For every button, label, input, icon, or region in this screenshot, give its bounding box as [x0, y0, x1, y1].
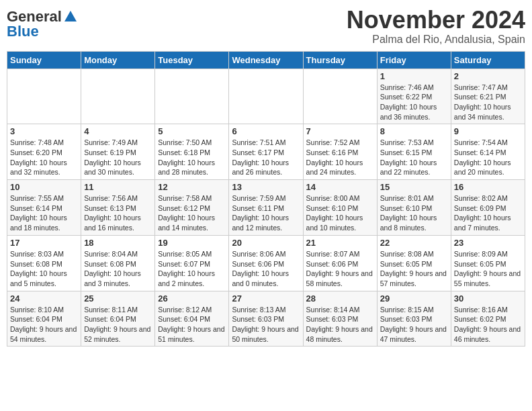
day-number: 17 — [10, 238, 78, 248]
weekday-header-monday: Monday — [81, 51, 155, 68]
day-number: 12 — [158, 182, 226, 192]
day-number: 7 — [306, 126, 374, 136]
calendar-table: SundayMondayTuesdayWednesdayThursdayFrid… — [7, 51, 525, 347]
day-info: Sunrise: 7:49 AM Sunset: 6:19 PM Dayligh… — [84, 138, 152, 177]
day-number: 13 — [232, 182, 300, 192]
day-info: Sunrise: 7:50 AM Sunset: 6:18 PM Dayligh… — [158, 138, 226, 177]
day-cell: 5Sunrise: 7:50 AM Sunset: 6:18 PM Daylig… — [155, 124, 229, 180]
day-cell: 11Sunrise: 7:56 AM Sunset: 6:13 PM Dayli… — [81, 180, 155, 236]
day-cell — [7, 68, 81, 124]
day-cell: 13Sunrise: 7:59 AM Sunset: 6:11 PM Dayli… — [229, 180, 303, 236]
weekday-header-tuesday: Tuesday — [155, 51, 229, 68]
day-info: Sunrise: 8:09 AM Sunset: 6:05 PM Dayligh… — [454, 249, 522, 289]
day-number: 25 — [84, 293, 152, 304]
day-info: Sunrise: 8:00 AM Sunset: 6:10 PM Dayligh… — [306, 193, 374, 233]
week-row-3: 17Sunrise: 8:03 AM Sunset: 6:08 PM Dayli… — [7, 235, 525, 291]
day-info: Sunrise: 8:07 AM Sunset: 6:06 PM Dayligh… — [306, 249, 374, 289]
day-number: 26 — [158, 293, 226, 304]
day-info: Sunrise: 7:54 AM Sunset: 6:14 PM Dayligh… — [454, 138, 522, 177]
day-info: Sunrise: 8:08 AM Sunset: 6:05 PM Dayligh… — [380, 249, 448, 289]
day-info: Sunrise: 8:01 AM Sunset: 6:10 PM Dayligh… — [380, 193, 448, 233]
day-info: Sunrise: 8:02 AM Sunset: 6:09 PM Dayligh… — [454, 193, 522, 233]
day-info: Sunrise: 8:14 AM Sunset: 6:03 PM Dayligh… — [306, 305, 374, 345]
day-cell: 28Sunrise: 8:14 AM Sunset: 6:03 PM Dayli… — [303, 291, 377, 347]
day-info: Sunrise: 8:15 AM Sunset: 6:03 PM Dayligh… — [380, 305, 448, 345]
day-cell — [229, 68, 303, 124]
day-info: Sunrise: 8:16 AM Sunset: 6:02 PM Dayligh… — [454, 305, 522, 345]
day-number: 2 — [454, 71, 522, 81]
day-number: 14 — [306, 182, 374, 192]
day-cell: 29Sunrise: 8:15 AM Sunset: 6:03 PM Dayli… — [377, 291, 451, 347]
logo-blue-text: Blue — [7, 24, 39, 39]
day-info: Sunrise: 7:46 AM Sunset: 6:22 PM Dayligh… — [380, 83, 448, 122]
day-cell — [303, 68, 377, 124]
day-info: Sunrise: 8:06 AM Sunset: 6:06 PM Dayligh… — [232, 249, 300, 289]
day-cell: 18Sunrise: 8:04 AM Sunset: 6:08 PM Dayli… — [81, 235, 155, 291]
day-cell: 20Sunrise: 8:06 AM Sunset: 6:06 PM Dayli… — [229, 235, 303, 291]
week-row-1: 3Sunrise: 7:48 AM Sunset: 6:20 PM Daylig… — [7, 124, 525, 180]
weekday-header-wednesday: Wednesday — [229, 51, 303, 68]
day-cell: 9Sunrise: 7:54 AM Sunset: 6:14 PM Daylig… — [451, 124, 525, 180]
day-cell: 7Sunrise: 7:52 AM Sunset: 6:16 PM Daylig… — [303, 124, 377, 180]
day-number: 29 — [380, 293, 448, 304]
day-number: 5 — [158, 126, 226, 136]
weekday-header-saturday: Saturday — [451, 51, 525, 68]
day-cell — [155, 68, 229, 124]
day-number: 1 — [380, 71, 448, 81]
day-info: Sunrise: 8:11 AM Sunset: 6:04 PM Dayligh… — [84, 305, 152, 345]
day-cell: 19Sunrise: 8:05 AM Sunset: 6:07 PM Dayli… — [155, 235, 229, 291]
day-info: Sunrise: 8:12 AM Sunset: 6:04 PM Dayligh… — [158, 305, 226, 345]
weekday-header-sunday: Sunday — [7, 51, 81, 68]
logo-icon — [63, 9, 78, 24]
day-info: Sunrise: 8:03 AM Sunset: 6:08 PM Dayligh… — [10, 249, 78, 289]
day-cell: 8Sunrise: 7:53 AM Sunset: 6:15 PM Daylig… — [377, 124, 451, 180]
logo-general-text: General — [7, 9, 62, 24]
week-row-2: 10Sunrise: 7:55 AM Sunset: 6:14 PM Dayli… — [7, 180, 525, 236]
day-cell: 2Sunrise: 7:47 AM Sunset: 6:21 PM Daylig… — [451, 68, 525, 124]
day-number: 23 — [454, 238, 522, 248]
location-title: Palma del Rio, Andalusia, Spain — [347, 34, 525, 46]
day-number: 10 — [10, 182, 78, 192]
month-title: November 2024 — [347, 7, 525, 34]
day-cell: 15Sunrise: 8:01 AM Sunset: 6:10 PM Dayli… — [377, 180, 451, 236]
header: General Blue November 2024 Palma del Rio… — [7, 7, 525, 46]
day-cell: 24Sunrise: 8:10 AM Sunset: 6:04 PM Dayli… — [7, 291, 81, 347]
day-cell — [81, 68, 155, 124]
day-info: Sunrise: 7:47 AM Sunset: 6:21 PM Dayligh… — [454, 83, 522, 122]
day-number: 9 — [454, 126, 522, 136]
day-cell: 30Sunrise: 8:16 AM Sunset: 6:02 PM Dayli… — [451, 291, 525, 347]
day-cell: 27Sunrise: 8:13 AM Sunset: 6:03 PM Dayli… — [229, 291, 303, 347]
day-number: 21 — [306, 238, 374, 248]
logo: General Blue — [7, 9, 78, 39]
day-cell: 22Sunrise: 8:08 AM Sunset: 6:05 PM Dayli… — [377, 235, 451, 291]
day-number: 4 — [84, 126, 152, 136]
day-cell: 10Sunrise: 7:55 AM Sunset: 6:14 PM Dayli… — [7, 180, 81, 236]
day-cell: 21Sunrise: 8:07 AM Sunset: 6:06 PM Dayli… — [303, 235, 377, 291]
day-cell: 16Sunrise: 8:02 AM Sunset: 6:09 PM Dayli… — [451, 180, 525, 236]
weekday-header-thursday: Thursday — [303, 51, 377, 68]
day-info: Sunrise: 8:04 AM Sunset: 6:08 PM Dayligh… — [84, 249, 152, 289]
weekday-header-row: SundayMondayTuesdayWednesdayThursdayFrid… — [7, 51, 525, 68]
day-info: Sunrise: 7:59 AM Sunset: 6:11 PM Dayligh… — [232, 193, 300, 233]
weekday-header-friday: Friday — [377, 51, 451, 68]
day-number: 18 — [84, 238, 152, 248]
day-number: 27 — [232, 293, 300, 304]
day-number: 8 — [380, 126, 448, 136]
day-number: 30 — [454, 293, 522, 304]
day-info: Sunrise: 7:52 AM Sunset: 6:16 PM Dayligh… — [306, 138, 374, 177]
day-cell: 4Sunrise: 7:49 AM Sunset: 6:19 PM Daylig… — [81, 124, 155, 180]
day-info: Sunrise: 8:10 AM Sunset: 6:04 PM Dayligh… — [10, 305, 78, 345]
day-cell: 14Sunrise: 8:00 AM Sunset: 6:10 PM Dayli… — [303, 180, 377, 236]
day-number: 20 — [232, 238, 300, 248]
day-number: 16 — [454, 182, 522, 192]
day-number: 3 — [10, 126, 78, 136]
week-row-4: 24Sunrise: 8:10 AM Sunset: 6:04 PM Dayli… — [7, 291, 525, 347]
day-info: Sunrise: 8:13 AM Sunset: 6:03 PM Dayligh… — [232, 305, 300, 345]
day-info: Sunrise: 7:55 AM Sunset: 6:14 PM Dayligh… — [10, 193, 78, 233]
day-number: 11 — [84, 182, 152, 192]
day-number: 22 — [380, 238, 448, 248]
day-cell: 26Sunrise: 8:12 AM Sunset: 6:04 PM Dayli… — [155, 291, 229, 347]
day-cell: 17Sunrise: 8:03 AM Sunset: 6:08 PM Dayli… — [7, 235, 81, 291]
svg-marker-0 — [64, 11, 77, 21]
day-number: 24 — [10, 293, 78, 304]
